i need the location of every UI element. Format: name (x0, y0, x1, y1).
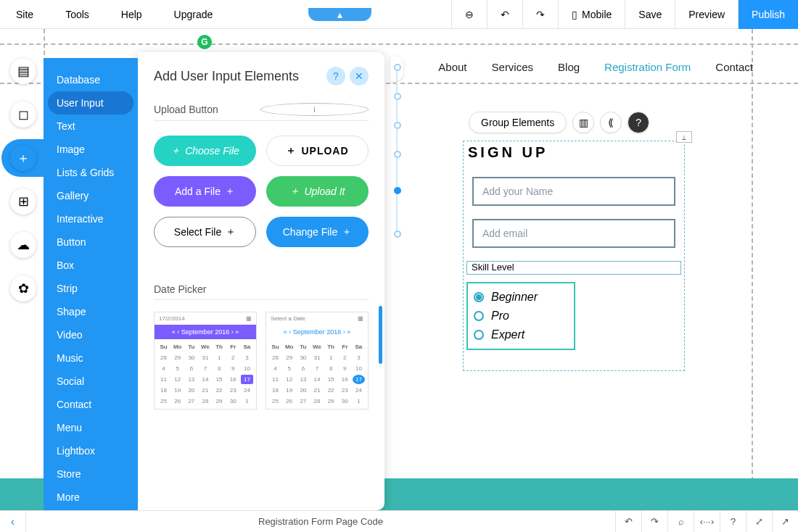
cat-box[interactable]: Box (44, 254, 138, 277)
cat-image[interactable]: Image (44, 138, 138, 161)
form-selection[interactable]: ⟂ SIGN UP Add your Name Add email Skill … (463, 141, 685, 371)
zoom-button[interactable]: ⊖ (451, 0, 487, 29)
uploads-icon[interactable]: ☁ (10, 232, 36, 258)
elements-panel: Add User Input Elements ? ✕ Upload Butto… (138, 52, 384, 510)
name-input[interactable]: Add your Name (472, 177, 675, 206)
change-file-element[interactable]: Change File ＋ (266, 217, 369, 247)
panel-scrollbar[interactable] (379, 306, 382, 364)
bb-code-icon[interactable]: ‹···› (694, 511, 720, 533)
panel-help-icon[interactable]: ? (326, 67, 345, 86)
upload-section-title: Upload Button (154, 104, 260, 115)
page-code-title[interactable]: Registration Form Page Code (26, 516, 615, 527)
select-file-element[interactable]: Select File ＋ (154, 217, 256, 247)
nav-registration[interactable]: Registration Form (604, 61, 691, 73)
datepicker-blue-element[interactable]: Select a Date▦ « ‹ September 2016 › » Su… (266, 312, 369, 410)
prev-page-icon[interactable]: ‹ (0, 511, 26, 532)
cat-lightbox[interactable]: Lightbox (44, 439, 138, 462)
preview-button[interactable]: Preview (675, 0, 738, 29)
left-rail: ▤ ◻ ＋ ⊞ ☁ ✿ (7, 58, 39, 302)
selection-toolbar: Group Elements ▥ ⟪ ? (469, 112, 649, 133)
radio-group[interactable]: Beginner Pro Expert (466, 282, 575, 350)
apps-icon[interactable]: ⊞ (10, 188, 36, 215)
date-section-title: Date Picker (154, 283, 369, 295)
top-toolbar: Site Tools Help Upgrade ▴ ⊖ ↶ ↷ ▯Mobile … (0, 0, 798, 29)
toolbar-right: ⊖ ↶ ↷ ▯Mobile Save Preview Publish (451, 0, 798, 29)
pages-icon[interactable]: ▤ (10, 58, 36, 84)
cat-lists[interactable]: Lists & Grids (44, 161, 138, 184)
publish-button[interactable]: Publish (738, 0, 798, 29)
save-button[interactable]: Save (625, 0, 675, 29)
email-input[interactable]: Add email (472, 219, 675, 248)
nav-about[interactable]: About (438, 61, 466, 73)
choose-file-element[interactable]: ＋ Choose File (154, 136, 256, 166)
calendar-icon: ▦ (246, 315, 252, 322)
bb-popout-icon[interactable]: ↗ (772, 511, 798, 533)
cat-store[interactable]: Store (44, 462, 138, 486)
step-dot[interactable] (394, 151, 401, 158)
upload-it-element[interactable]: ＋ Upload It (266, 176, 369, 207)
bb-undo-icon[interactable]: ↶ (615, 511, 641, 533)
cat-interactive[interactable]: Interactive (44, 207, 138, 230)
panel-close-icon[interactable]: ✕ (350, 67, 369, 86)
toolbar-menus: Site Tools Help Upgrade (0, 9, 229, 20)
menu-site[interactable]: Site (0, 9, 49, 20)
background-icon[interactable]: ◻ (10, 101, 36, 128)
radio-beginner[interactable] (474, 292, 484, 302)
bb-expand-icon[interactable]: ⤢ (746, 511, 772, 533)
bb-help-icon[interactable]: ? (720, 511, 746, 533)
cat-database[interactable]: Database (44, 68, 138, 91)
add-elements-icon[interactable]: ＋ (10, 145, 36, 171)
cat-text[interactable]: Text (44, 115, 138, 138)
panel-title: Add User Input Elements (154, 69, 322, 84)
cal2-grid: SuMoTuWeThFrSa 28293031123 45678910 1112… (266, 339, 368, 409)
radio-expert[interactable] (474, 330, 484, 340)
resize-handle[interactable]: ⟂ (676, 131, 692, 143)
add-file-element[interactable]: Add a File ＋ (154, 176, 256, 207)
toolbar-collapse[interactable]: ▴ (229, 9, 451, 20)
radio-pro[interactable] (474, 311, 484, 321)
info-icon[interactable]: i (260, 103, 369, 116)
cat-menu[interactable]: Menu (44, 416, 138, 439)
upload-element[interactable]: ＋ UPLOAD (266, 136, 369, 166)
datepicker-purple-element[interactable]: 17/2/2014▦ « ‹ September 2016 › » SuMoTu… (154, 312, 257, 410)
site-nav: About Services Blog Registration Form Co… (438, 61, 753, 73)
cat-user-input[interactable]: User Input (48, 91, 133, 115)
undo-button[interactable]: ↶ (487, 0, 522, 29)
nav-blog[interactable]: Blog (558, 61, 580, 73)
cal1-grid: SuMoTuWeThFrSa 28293031123 45678910 1112… (155, 339, 256, 409)
bookings-icon[interactable]: ✿ (10, 275, 36, 302)
form-heading[interactable]: SIGN UP (464, 141, 684, 164)
help-icon[interactable]: ? (628, 112, 649, 133)
skill-label[interactable]: Skill Level (466, 261, 681, 275)
cat-social[interactable]: Social (44, 370, 138, 393)
bb-redo-icon[interactable]: ↷ (641, 511, 667, 533)
redo-button[interactable]: ↷ (522, 0, 558, 29)
mobile-toggle[interactable]: ▯Mobile (558, 0, 625, 29)
menu-help[interactable]: Help (105, 9, 158, 20)
cat-strip[interactable]: Strip (44, 277, 138, 300)
ruler-steps (390, 64, 411, 238)
animate-icon[interactable]: ⟪ (600, 112, 622, 133)
cat-button[interactable]: Button (44, 230, 138, 254)
cat-gallery[interactable]: Gallery (44, 184, 138, 207)
nav-services[interactable]: Services (492, 61, 534, 73)
group-elements-button[interactable]: Group Elements (469, 112, 567, 133)
step-dot[interactable] (394, 230, 401, 238)
bb-search-icon[interactable]: ⌕ (667, 511, 694, 533)
cat-music[interactable]: Music (44, 346, 138, 370)
menu-tools[interactable]: Tools (49, 9, 105, 20)
cat-more[interactable]: More (44, 486, 138, 509)
cat-shape[interactable]: Shape (44, 300, 138, 323)
step-dot[interactable] (394, 64, 401, 71)
step-dot[interactable] (394, 93, 401, 100)
layout-icon[interactable]: ▥ (572, 112, 594, 133)
phone-icon: ▯ (572, 9, 577, 20)
bottom-bar: ‹ Registration Form Page Code ↶ ↷ ⌕ ‹···… (0, 510, 798, 532)
nav-contact[interactable]: Contact (715, 61, 753, 73)
step-dot[interactable] (394, 122, 401, 129)
cat-video[interactable]: Video (44, 323, 138, 346)
cat-contact[interactable]: Contact (44, 393, 138, 416)
menu-upgrade[interactable]: Upgrade (158, 9, 229, 20)
category-sidebar: Database User Input Text Image Lists & G… (44, 58, 138, 510)
step-dot-active[interactable] (394, 187, 401, 194)
